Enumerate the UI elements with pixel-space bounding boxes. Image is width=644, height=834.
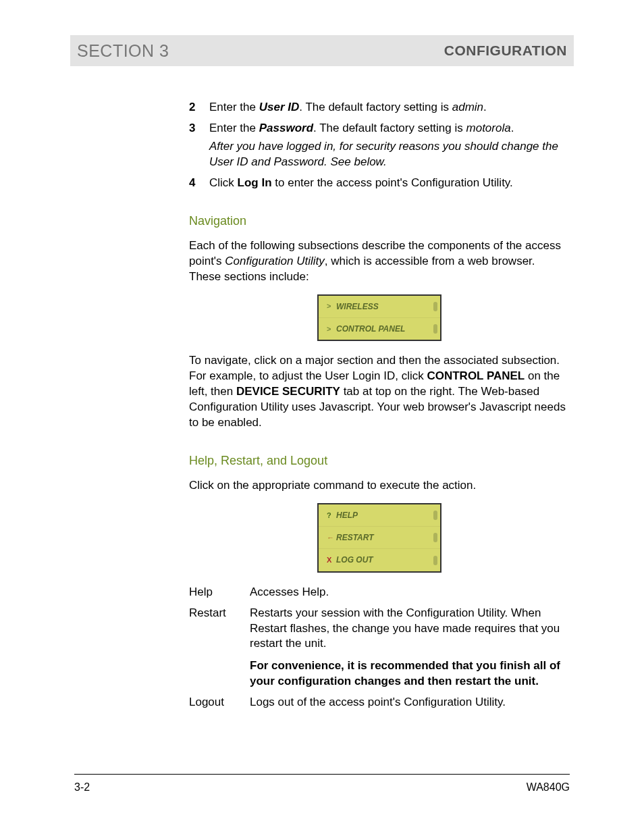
navigation-intro: Each of the following subsections descri… — [189, 238, 570, 285]
page-title: CONFIGURATION — [444, 43, 567, 59]
page-number: 3-2 — [74, 781, 90, 793]
page-content: 2 Enter the User ID. The default factory… — [189, 100, 570, 710]
help-heading: Help, Restart, and Logout — [189, 452, 570, 469]
step-body: Enter the User ID. The default factory s… — [209, 100, 570, 115]
page-footer: 3-2 WA840G — [74, 774, 570, 793]
help-menu-item-logout: X LOG OUT — [319, 548, 440, 571]
navigation-heading: Navigation — [189, 213, 570, 229]
text: . — [511, 122, 514, 134]
navigation-instructions: To navigate, click on a major section an… — [189, 353, 570, 431]
tab-ref: DEVICE SECURITY — [236, 385, 340, 398]
nav-menu-label: WIRELESS — [336, 301, 379, 312]
text: . The default factory setting is — [299, 101, 452, 113]
text: . — [483, 101, 487, 113]
restart-icon: ← — [327, 533, 336, 543]
model-number: WA840G — [527, 781, 570, 793]
step-body: Click Log In to enter the access point's… — [209, 176, 570, 191]
help-menu-label: LOG OUT — [336, 554, 373, 565]
definition-desc: Logs out of the access point's Configura… — [250, 695, 570, 710]
menu-ref: CONTROL PANEL — [427, 369, 525, 382]
step-row: 2 Enter the User ID. The default factory… — [189, 100, 570, 115]
recommendation-note: For convenience, it is recommended that … — [250, 658, 570, 689]
field-name: Password — [259, 122, 313, 134]
step-number: 4 — [189, 176, 209, 191]
definition-row: Help Accesses Help. — [189, 585, 570, 600]
definition-desc: Accesses Help. — [250, 585, 570, 600]
text: Restarts your session with the Configura… — [250, 606, 560, 650]
default-value: motorola — [466, 122, 511, 134]
help-menu-item-restart: ← RESTART — [319, 526, 440, 548]
nav-menu-item-wireless: > WIRELESS — [319, 296, 440, 317]
definition-term: Help — [189, 585, 250, 600]
nav-menu-screenshot: > WIRELESS > CONTROL PANEL — [317, 294, 441, 341]
step-number: 2 — [189, 100, 209, 115]
default-value: admin — [452, 101, 483, 113]
text: Enter the — [209, 101, 259, 113]
step-row: 3 Enter the Password. The default factor… — [189, 121, 570, 170]
step-body: Enter the Password. The default factory … — [209, 121, 570, 170]
text: Click — [209, 176, 238, 189]
question-icon: ? — [327, 511, 336, 521]
nav-menu-item-control-panel: > CONTROL PANEL — [319, 317, 440, 340]
utility-name: Configuration Utility — [225, 255, 324, 267]
chevron-right-icon: > — [327, 301, 336, 311]
help-menu-screenshot: ? HELP ← RESTART X LOG OUT — [317, 503, 441, 573]
nav-menu-label: CONTROL PANEL — [336, 323, 405, 334]
definition-row: Logout Logs out of the access point's Co… — [189, 695, 570, 710]
definition-term: Logout — [189, 695, 250, 710]
field-name: User ID — [259, 101, 300, 113]
definition-desc: Restarts your session with the Configura… — [250, 606, 570, 690]
security-note: After you have logged in, for security r… — [209, 139, 570, 170]
close-icon: X — [327, 555, 336, 565]
help-menu-label: RESTART — [336, 532, 374, 543]
text: Enter the — [209, 122, 259, 134]
action-name: Log In — [238, 176, 272, 189]
chevron-right-icon: > — [327, 324, 336, 334]
help-menu-item-help: ? HELP — [319, 504, 440, 526]
help-intro: Click on the appropriate command to exec… — [189, 478, 570, 494]
text: to enter the access point's Configuratio… — [272, 176, 513, 189]
step-number: 3 — [189, 121, 209, 170]
text: . The default factory setting is — [313, 122, 466, 134]
definition-row: Restart Restarts your session with the C… — [189, 606, 570, 690]
step-row: 4 Click Log In to enter the access point… — [189, 176, 570, 191]
definition-term: Restart — [189, 606, 250, 690]
help-menu-label: HELP — [336, 510, 358, 521]
section-label: SECTION 3 — [77, 41, 169, 61]
page-header: SECTION 3 CONFIGURATION — [70, 35, 574, 66]
